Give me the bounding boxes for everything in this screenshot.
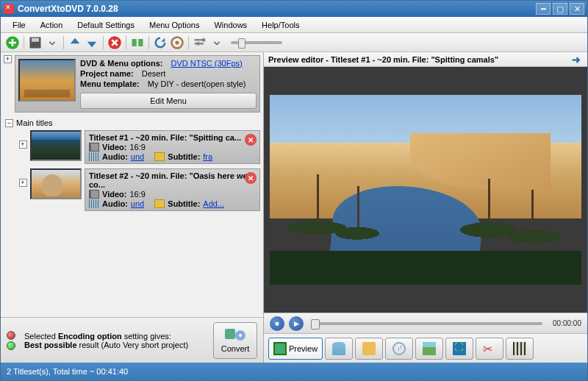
burn-icon[interactable] bbox=[170, 35, 184, 50]
svg-rect-4 bbox=[132, 39, 137, 46]
main-titles-label: Main titles bbox=[16, 118, 53, 127]
svg-point-11 bbox=[196, 41, 200, 45]
menu-default-settings[interactable]: Default Settings bbox=[70, 19, 142, 31]
app-icon bbox=[4, 4, 14, 14]
dvd-options-block: DVD & Menu options: DVD NTSC (30Fps) Pro… bbox=[15, 55, 260, 113]
preview-tab-icon bbox=[273, 342, 287, 355]
tab-output[interactable] bbox=[445, 338, 473, 360]
subtitle-link[interactable]: fra bbox=[203, 152, 212, 161]
titleset-title: Titleset #1 - ~20 min. File: "Spitting c… bbox=[89, 133, 256, 142]
menu-thumbnail[interactable] bbox=[18, 59, 76, 102]
preview-image bbox=[270, 95, 581, 285]
titleset-title: Titleset #2 - ~20 min. File: "Oasis here… bbox=[89, 171, 256, 189]
stop-button[interactable]: ■ bbox=[270, 316, 284, 331]
save-dropdown-icon[interactable] bbox=[45, 35, 60, 50]
minimize-button[interactable]: ━ bbox=[536, 3, 551, 15]
svg-rect-2 bbox=[32, 38, 39, 41]
convert-button[interactable]: Convert bbox=[213, 322, 257, 359]
audio-tab-icon bbox=[332, 342, 345, 355]
add-file-icon[interactable] bbox=[5, 35, 20, 50]
tab-chapters[interactable] bbox=[385, 338, 413, 360]
subtitle-label: Subtitle: bbox=[168, 199, 200, 208]
titleset-thumbnail[interactable] bbox=[30, 168, 82, 199]
statusbar: 2 Titleset(s), Total time ~ 00:41:40 bbox=[1, 363, 587, 380]
subtitle-link[interactable]: Add... bbox=[203, 199, 224, 208]
menu-action[interactable]: Action bbox=[33, 19, 71, 31]
video-value: 16:9 bbox=[129, 143, 145, 152]
tab-cut[interactable]: ✂ bbox=[476, 338, 503, 360]
titlebar: ConvertXtoDVD 7.0.0.28 ━ ▢ ✕ bbox=[1, 1, 587, 17]
video-icon bbox=[89, 143, 99, 152]
audio-link[interactable]: und bbox=[131, 199, 144, 208]
audio-label: Audio: bbox=[102, 199, 128, 208]
menu-help[interactable]: Help/Tools bbox=[254, 19, 306, 31]
svg-rect-5 bbox=[138, 39, 143, 46]
convert-icon bbox=[225, 327, 245, 342]
expand-titleset-icon[interactable]: + bbox=[19, 179, 27, 187]
options-icon[interactable] bbox=[193, 35, 207, 50]
audio-label: Audio: bbox=[102, 152, 128, 161]
encoding-footer: Selected Encoding option setting gives: … bbox=[1, 317, 263, 363]
menu-windows[interactable]: Windows bbox=[207, 19, 254, 31]
zoom-slider[interactable] bbox=[231, 41, 282, 44]
menu-file[interactable]: File bbox=[5, 19, 33, 31]
tab-film[interactable] bbox=[506, 338, 534, 360]
collapse-titles-icon[interactable]: − bbox=[5, 119, 13, 127]
video-icon bbox=[89, 190, 99, 199]
remove-icon[interactable] bbox=[107, 35, 122, 50]
seek-slider[interactable] bbox=[314, 322, 542, 325]
options-label: DVD & Menu options: bbox=[80, 59, 162, 68]
tab-subtitle[interactable] bbox=[355, 338, 383, 360]
traffic-light-icon bbox=[7, 331, 18, 350]
titlebar-title: ConvertXtoDVD 7.0.0.28 bbox=[18, 4, 536, 14]
maximize-button[interactable]: ▢ bbox=[553, 3, 567, 15]
subtitle-icon bbox=[154, 199, 165, 208]
project-panel: + DVD & Menu options: DVD NTSC (30Fps) P… bbox=[1, 52, 264, 363]
statusbar-text: 2 Titleset(s), Total time ~ 00:41:40 bbox=[7, 367, 128, 376]
preview-header-text: Preview editor - Titleset #1 - ~20 min. … bbox=[268, 55, 498, 64]
close-button[interactable]: ✕ bbox=[570, 3, 584, 15]
project-name-value: Desert bbox=[142, 69, 165, 78]
options-link[interactable]: DVD NTSC (30Fps) bbox=[171, 59, 243, 68]
options-dropdown-icon[interactable] bbox=[209, 35, 224, 50]
encoding-result: result (Auto Very short project) bbox=[77, 341, 189, 349]
video-value: 16:9 bbox=[129, 190, 145, 199]
encoding-text: Selected bbox=[24, 332, 58, 341]
up-icon[interactable] bbox=[68, 35, 82, 50]
video-label: Video: bbox=[102, 190, 126, 199]
down-icon[interactable] bbox=[85, 35, 99, 50]
svg-point-10 bbox=[202, 38, 206, 41]
resize-tab-icon bbox=[453, 342, 466, 355]
tab-image[interactable] bbox=[415, 338, 443, 360]
play-button[interactable]: ▶ bbox=[289, 316, 304, 331]
subtitle-tab-icon bbox=[362, 342, 376, 355]
merge-icon[interactable] bbox=[130, 35, 145, 50]
project-name-label: Project name: bbox=[80, 69, 134, 78]
menubar: File Action Default Settings Menu Option… bbox=[1, 17, 587, 33]
cut-tab-icon: ✂ bbox=[483, 342, 496, 355]
preview-panel: Preview editor - Titleset #1 - ~20 min. … bbox=[264, 52, 587, 363]
menu-options[interactable]: Menu Options bbox=[142, 19, 207, 31]
remove-titleset-button[interactable]: ✕ bbox=[245, 172, 257, 184]
encoding-text: setting gives: bbox=[122, 332, 171, 341]
audio-link[interactable]: und bbox=[131, 152, 144, 161]
expand-project-icon[interactable]: + bbox=[4, 55, 12, 63]
editor-tabs: Preview ✂ bbox=[264, 333, 587, 363]
edit-menu-button[interactable]: Edit Menu bbox=[80, 93, 257, 109]
expand-titleset-icon[interactable]: + bbox=[19, 140, 27, 149]
convert-label: Convert bbox=[221, 344, 250, 353]
forward-arrow-icon[interactable]: ➜ bbox=[570, 54, 583, 65]
preview-viewport bbox=[264, 67, 587, 313]
subtitle-label: Subtitle: bbox=[168, 152, 200, 161]
save-icon[interactable] bbox=[28, 35, 43, 50]
playback-controls: ■ ▶ 00:00:00 bbox=[264, 313, 587, 333]
subtitle-icon bbox=[154, 152, 165, 161]
encoding-result-bold: Best possible bbox=[24, 341, 77, 349]
tab-preview[interactable]: Preview bbox=[268, 338, 323, 360]
titleset-thumbnail[interactable] bbox=[30, 130, 82, 161]
refresh-icon[interactable] bbox=[153, 35, 168, 50]
remove-titleset-button[interactable]: ✕ bbox=[245, 134, 257, 146]
chapter-tab-icon bbox=[392, 342, 406, 355]
tab-audio[interactable] bbox=[325, 338, 353, 360]
titleset-row: + Titleset #2 - ~20 min. File: "Oasis he… bbox=[18, 168, 260, 211]
